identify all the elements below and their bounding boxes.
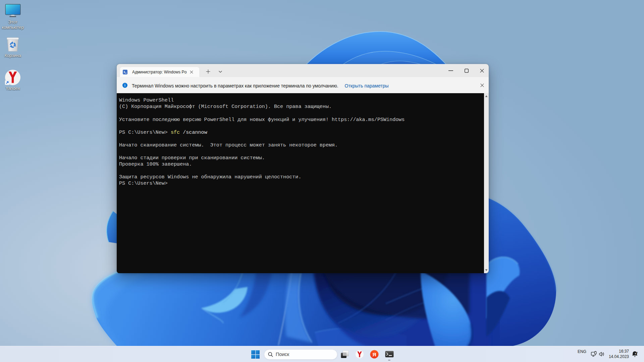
svg-text:Я: Я [372,352,376,357]
svg-text:z: z [635,352,636,355]
svg-text:z: z [637,351,638,354]
